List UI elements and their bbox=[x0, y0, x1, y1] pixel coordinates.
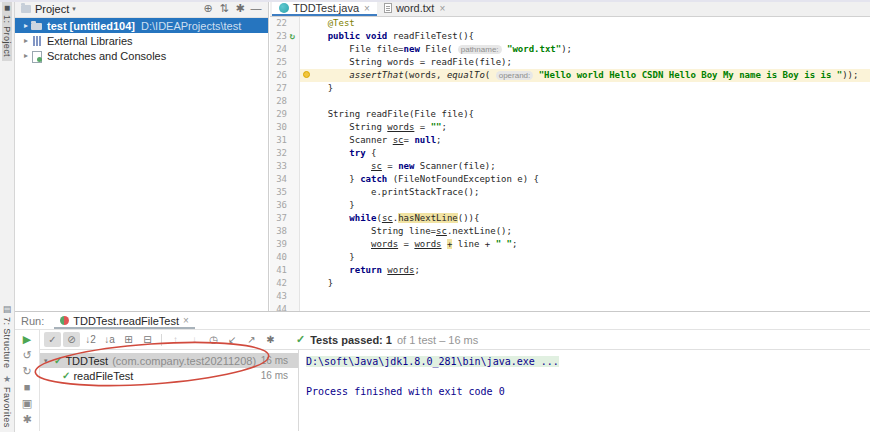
expand-all-icon[interactable]: ⊞ bbox=[120, 332, 137, 347]
show-passed-icon[interactable]: ✓ bbox=[44, 332, 61, 347]
run-console[interactable]: D:\soft\Java\jdk1.8.0_281\bin\java.exe .… bbox=[298, 350, 870, 431]
library-icon bbox=[31, 35, 43, 47]
code-line[interactable]: 37 while(sc.hasNextLine()){ bbox=[270, 212, 870, 225]
gutter-fold-area bbox=[287, 82, 298, 95]
import-test-results-icon[interactable]: ↙ bbox=[224, 332, 241, 347]
tool-window-button-structure[interactable]: ▤7: Structure bbox=[2, 302, 12, 372]
chevron-right-icon[interactable]: ▸ bbox=[21, 36, 31, 45]
run-test-gutter-icon[interactable]: ↻ bbox=[287, 30, 298, 43]
editor: TDDTest.java×word.txt× 22 @Test23↻ publi… bbox=[270, 0, 870, 311]
line-number: 28 bbox=[270, 95, 287, 108]
export-test-results-icon[interactable]: ↗ bbox=[243, 332, 260, 347]
project-tree-item[interactable]: ▸test [untitled104]D:\IDEAProjects\test bbox=[15, 18, 268, 33]
more-settings-icon[interactable]: ✱ bbox=[19, 412, 35, 426]
locate-icon[interactable]: ⊕ bbox=[200, 2, 216, 15]
code-line[interactable]: 41 return words; bbox=[270, 264, 870, 277]
junit-config-icon bbox=[60, 316, 69, 325]
chevron-right-icon[interactable]: ▸ bbox=[21, 21, 31, 30]
console-line bbox=[306, 369, 870, 384]
code-line[interactable]: 27 } bbox=[270, 82, 870, 95]
run-config-tab[interactable]: TDDTest.readFileTest × bbox=[54, 312, 195, 329]
scratches-icon bbox=[31, 50, 43, 62]
code-line[interactable]: 34 } catch (FileNotFoundException e) { bbox=[270, 173, 870, 186]
code-line[interactable]: 32 try { bbox=[270, 147, 870, 160]
editor-tab[interactable]: TDDTest.java× bbox=[272, 0, 377, 16]
gutter-fold-area bbox=[287, 43, 298, 56]
show-ignored-icon[interactable]: ⊘ bbox=[63, 332, 80, 347]
editor-body[interactable]: 22 @Test23↻ public void readFileTest(){2… bbox=[270, 17, 870, 311]
intention-bulb-icon[interactable] bbox=[303, 71, 310, 78]
rerun-icon[interactable]: ▶ bbox=[19, 332, 35, 346]
chevron-down-icon[interactable]: ▾ bbox=[72, 5, 76, 13]
test-tree: ▾✓TDDTest(com.company.test20211208)16 ms… bbox=[40, 350, 298, 431]
chevron-right-icon[interactable]: ▸ bbox=[21, 51, 31, 60]
tool-window-button-project[interactable]: ■1: Project bbox=[2, 0, 12, 61]
editor-gutter: 34 bbox=[270, 173, 300, 186]
previous-failed-test-icon[interactable]: ↑ bbox=[167, 332, 184, 347]
editor-tab-bar: TDDTest.java×word.txt× bbox=[270, 0, 870, 17]
sort-by-duration-icon[interactable]: ↓2 bbox=[82, 332, 99, 347]
project-tree-item[interactable]: ▸Scratches and Consoles bbox=[15, 48, 268, 63]
settings-icon[interactable]: ✱ bbox=[232, 2, 248, 15]
hide-panel-icon[interactable]: — bbox=[248, 2, 264, 15]
rerun-failed-tests-icon[interactable]: ↺ bbox=[19, 348, 35, 362]
test-toolbar: ✓⊘↓2↓a⊞⊟↑↓◷↙↗✱ ✓ Tests passed: 1 of 1 te… bbox=[40, 330, 870, 350]
code-line[interactable]: 25 String words = readFile(file); bbox=[270, 56, 870, 69]
collapse-all-icon[interactable]: ⇅ bbox=[216, 2, 232, 15]
test-tree-row[interactable]: ▾✓TDDTest(com.company.test20211208)16 ms bbox=[40, 353, 298, 368]
code-line[interactable]: 24 File file=new File( pathname: "word.t… bbox=[270, 43, 870, 56]
gutter-fold-area bbox=[287, 277, 298, 290]
chevron-down-icon[interactable]: ▾ bbox=[44, 357, 54, 365]
code-line[interactable]: 29 String readFile(File file){ bbox=[270, 108, 870, 121]
code-line[interactable]: 31 Scanner sc= null; bbox=[270, 134, 870, 147]
sort-alphabetically-icon[interactable]: ↓a bbox=[101, 332, 118, 347]
next-failed-test-icon[interactable]: ↓ bbox=[186, 332, 203, 347]
code-line[interactable]: 23↻ public void readFileTest(){ bbox=[270, 30, 870, 43]
code-line[interactable]: 28 bbox=[270, 95, 870, 108]
project-panel-title[interactable]: Project bbox=[35, 3, 69, 15]
collapse-all-icon[interactable]: ⊟ bbox=[139, 332, 156, 347]
line-number: 34 bbox=[270, 173, 287, 186]
code-line[interactable]: 44 bbox=[270, 303, 870, 311]
gutter-fold-area bbox=[287, 160, 298, 173]
stop-icon[interactable]: ■ bbox=[19, 380, 35, 394]
close-icon[interactable]: × bbox=[364, 3, 370, 14]
gutter-fold-area bbox=[287, 290, 298, 303]
test-name: TDDTest bbox=[65, 355, 108, 367]
close-icon[interactable]: × bbox=[439, 3, 445, 14]
ide-window: ■1: Project ▤7: Structure★Favorites Proj… bbox=[0, 0, 870, 432]
code-line[interactable]: 42 } bbox=[270, 277, 870, 290]
tool-window-bar-bottom: ▤7: Structure★Favorites bbox=[2, 302, 12, 432]
gutter-fold-area bbox=[287, 225, 298, 238]
dump-threads-icon[interactable]: ▣ bbox=[19, 396, 35, 410]
code-line[interactable]: 40 } bbox=[270, 251, 870, 264]
gutter-fold-area bbox=[287, 134, 298, 147]
gutter-fold-area bbox=[287, 69, 298, 82]
toolbar-separator bbox=[161, 334, 162, 346]
tool-window-button-favorites[interactable]: ★Favorites bbox=[2, 372, 12, 432]
tool-window-button-label: 1: Project bbox=[2, 15, 12, 57]
code-line[interactable]: 39 words = words + line + " "; bbox=[270, 238, 870, 251]
tool-window-bar-left: ■1: Project ▤7: Structure★Favorites bbox=[0, 0, 15, 432]
close-icon[interactable]: × bbox=[183, 315, 189, 326]
gutter-fold-area bbox=[287, 199, 298, 212]
test-history-icon[interactable]: ◷ bbox=[205, 332, 222, 347]
test-settings-icon[interactable]: ✱ bbox=[262, 332, 279, 347]
toggle-auto-test-icon[interactable]: ↻ bbox=[19, 364, 35, 378]
code-text: } catch (FileNotFoundException e) { bbox=[300, 173, 870, 186]
code-line[interactable]: 35 e.printStackTrace(); bbox=[270, 186, 870, 199]
code-line[interactable]: 36 } bbox=[270, 199, 870, 212]
code-line[interactable]: 33 sc = new Scanner(file); bbox=[270, 160, 870, 173]
code-text: Scanner sc= null; bbox=[300, 134, 870, 147]
code-text: String words = readFile(file); bbox=[300, 56, 870, 69]
editor-tab[interactable]: word.txt× bbox=[377, 0, 452, 16]
project-tree-item-label: Scratches and Consoles bbox=[47, 50, 166, 62]
code-line[interactable]: 26 assertThat(words, equalTo( operand: "… bbox=[270, 69, 870, 82]
test-passed-icon: ✓ bbox=[54, 355, 62, 366]
code-line[interactable]: 38 String line=sc.nextLine(); bbox=[270, 225, 870, 238]
code-line[interactable]: 43 bbox=[270, 290, 870, 303]
code-line[interactable]: 30 String words = ""; bbox=[270, 121, 870, 134]
test-tree-row[interactable]: ✓readFileTest16 ms bbox=[40, 368, 298, 383]
project-tree-item[interactable]: ▸External Libraries bbox=[15, 33, 268, 48]
code-line[interactable]: 22 @Test bbox=[270, 17, 870, 30]
